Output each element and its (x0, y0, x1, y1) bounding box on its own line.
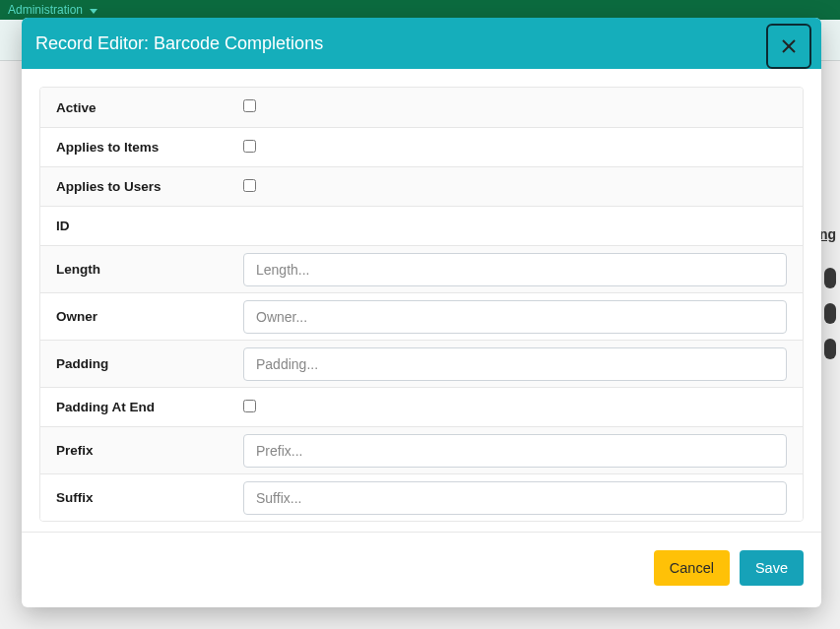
field-row-prefix: Prefix (40, 426, 803, 473)
modal-body: Active Applies to Items Applies to Users… (22, 69, 821, 532)
field-row-applies-users: Applies to Users (40, 166, 803, 206)
field-row-active: Active (40, 88, 803, 127)
checkbox-applies-items[interactable] (243, 140, 256, 153)
field-list: Active Applies to Items Applies to Users… (39, 87, 804, 522)
label-applies-items: Applies to Items (56, 140, 243, 155)
cancel-button[interactable]: Cancel (654, 550, 730, 586)
field-row-applies-items: Applies to Items (40, 127, 803, 166)
field-row-suffix: Suffix (40, 473, 803, 521)
input-suffix[interactable] (243, 481, 787, 515)
label-applies-users: Applies to Users (56, 179, 243, 194)
label-prefix: Prefix (56, 443, 243, 458)
field-row-length: Length (40, 245, 803, 292)
close-icon (781, 38, 797, 54)
label-padding-at-end: Padding At End (56, 400, 243, 414)
field-row-id: ID (40, 206, 803, 245)
caret-down-icon (90, 9, 97, 14)
checkbox-active[interactable] (243, 99, 256, 112)
input-length[interactable] (243, 253, 787, 286)
save-button[interactable]: Save (740, 550, 804, 586)
field-row-owner: Owner (40, 292, 803, 340)
input-owner[interactable] (243, 300, 787, 334)
label-padding: Padding (56, 356, 243, 371)
label-id: ID (56, 219, 243, 233)
app-menubar: Administration (0, 0, 840, 20)
close-button[interactable] (766, 24, 811, 69)
label-active: Active (56, 100, 243, 115)
label-length: Length (56, 262, 243, 277)
label-owner: Owner (56, 309, 243, 324)
field-row-padding: Padding (40, 340, 803, 387)
bg-action-pill (824, 303, 836, 324)
modal-footer: Cancel Save (22, 532, 821, 607)
menu-administration[interactable]: Administration (8, 3, 97, 17)
checkbox-applies-users[interactable] (243, 179, 256, 192)
modal-title: Record Editor: Barcode Completions (35, 33, 323, 54)
field-row-padding-at-end: Padding At End (40, 387, 803, 426)
bg-action-pill (824, 339, 836, 359)
menu-administration-label: Administration (8, 3, 83, 17)
record-editor-modal: Record Editor: Barcode Completions Activ… (22, 18, 821, 607)
checkbox-padding-at-end[interactable] (243, 400, 256, 412)
label-suffix: Suffix (56, 490, 243, 505)
input-prefix[interactable] (243, 434, 787, 468)
modal-header: Record Editor: Barcode Completions (22, 18, 821, 69)
bg-action-pill (824, 268, 836, 288)
input-padding[interactable] (243, 347, 787, 381)
